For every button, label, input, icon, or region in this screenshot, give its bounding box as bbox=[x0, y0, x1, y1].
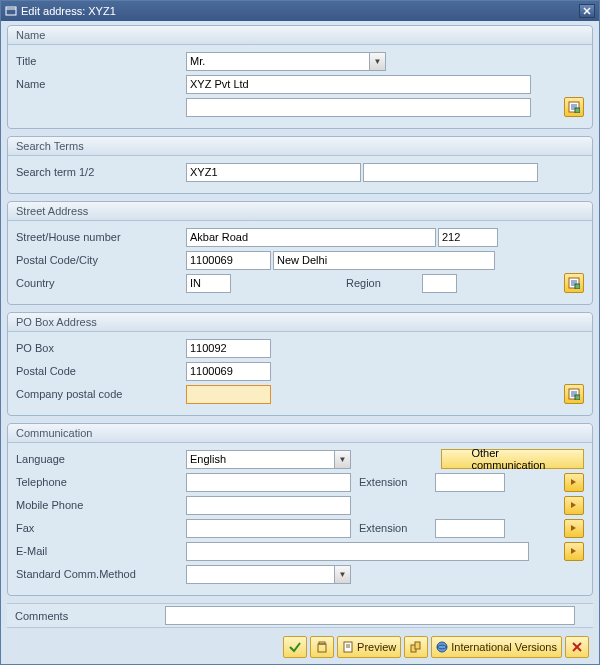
more-mobile-button[interactable] bbox=[564, 496, 584, 515]
input-house-number[interactable] bbox=[438, 228, 498, 247]
svg-rect-19 bbox=[318, 644, 326, 652]
input-mobile[interactable] bbox=[186, 496, 351, 515]
input-pobox-postal[interactable] bbox=[186, 362, 271, 381]
svg-rect-25 bbox=[415, 642, 420, 649]
select-title-value: Mr. bbox=[190, 55, 205, 67]
delete-button[interactable] bbox=[310, 636, 334, 658]
label-fax: Fax bbox=[16, 522, 186, 534]
more-fax-button[interactable] bbox=[564, 519, 584, 538]
group-header-communication: Communication bbox=[8, 424, 592, 443]
dropdown-icon: ▼ bbox=[369, 53, 385, 70]
input-name2[interactable] bbox=[186, 98, 531, 117]
label-pobox-postal: Postal Code bbox=[16, 365, 186, 377]
label-name: Name bbox=[16, 78, 186, 90]
input-search-term2[interactable] bbox=[363, 163, 538, 182]
svg-rect-8 bbox=[575, 108, 580, 113]
label-region: Region bbox=[340, 277, 420, 289]
group-header-pobox: PO Box Address bbox=[8, 313, 592, 332]
label-country: Country bbox=[16, 277, 186, 289]
select-std-comm[interactable]: ▼ bbox=[186, 565, 351, 584]
label-fax-extension: Extension bbox=[353, 522, 433, 534]
group-name: Name Title Mr. ▼ Name bbox=[7, 25, 593, 129]
international-versions-button[interactable]: International Versions bbox=[431, 636, 562, 658]
svg-point-26 bbox=[437, 642, 447, 652]
expand-street-button[interactable] bbox=[564, 273, 584, 293]
group-street: Street Address Street/House number Posta… bbox=[7, 201, 593, 305]
label-search-term: Search term 1/2 bbox=[16, 166, 186, 178]
other-communication-button[interactable]: Other communication bbox=[441, 449, 585, 469]
svg-rect-18 bbox=[575, 395, 580, 400]
input-tel-extension[interactable] bbox=[435, 473, 505, 492]
group-header-name: Name bbox=[8, 26, 592, 45]
label-comments: Comments bbox=[15, 610, 165, 622]
more-email-button[interactable] bbox=[564, 542, 584, 561]
dropdown-icon: ▼ bbox=[334, 451, 350, 468]
group-header-search: Search Terms bbox=[8, 137, 592, 156]
label-pobox: PO Box bbox=[16, 342, 186, 354]
window-icon bbox=[5, 5, 17, 17]
group-header-street: Street Address bbox=[8, 202, 592, 221]
label-language: Language bbox=[16, 453, 186, 465]
input-region[interactable] bbox=[422, 274, 457, 293]
select-language[interactable]: English ▼ bbox=[186, 450, 351, 469]
label-street: Street/House number bbox=[16, 231, 186, 243]
titlebar: Edit address: XYZ1 bbox=[1, 1, 599, 21]
group-communication: Communication Language English ▼ Other c… bbox=[7, 423, 593, 596]
group-pobox: PO Box Address PO Box Postal Code Compan… bbox=[7, 312, 593, 416]
input-country[interactable] bbox=[186, 274, 231, 293]
preview-label: Preview bbox=[357, 641, 396, 653]
input-pobox[interactable] bbox=[186, 339, 271, 358]
select-title[interactable]: Mr. ▼ bbox=[186, 52, 386, 71]
input-postal-code[interactable] bbox=[186, 251, 271, 270]
label-mobile: Mobile Phone bbox=[16, 499, 186, 511]
select-language-value: English bbox=[190, 453, 226, 465]
other-communication-label: Other communication bbox=[472, 447, 554, 471]
more-telephone-button[interactable] bbox=[564, 473, 584, 492]
label-company-postal: Company postal code bbox=[16, 388, 186, 400]
input-fax[interactable] bbox=[186, 519, 351, 538]
input-name[interactable] bbox=[186, 75, 531, 94]
label-tel-extension: Extension bbox=[353, 476, 433, 488]
input-company-postal[interactable] bbox=[186, 385, 271, 404]
preview-button[interactable]: Preview bbox=[337, 636, 401, 658]
label-title: Title bbox=[16, 55, 186, 67]
international-versions-label: International Versions bbox=[451, 641, 557, 653]
cancel-button[interactable] bbox=[565, 636, 589, 658]
label-postal-city: Postal Code/City bbox=[16, 254, 186, 266]
accept-button[interactable] bbox=[283, 636, 307, 658]
svg-rect-20 bbox=[319, 642, 325, 644]
input-email[interactable] bbox=[186, 542, 529, 561]
group-search: Search Terms Search term 1/2 bbox=[7, 136, 593, 194]
dropdown-icon: ▼ bbox=[334, 566, 350, 583]
label-email: E-Mail bbox=[16, 545, 186, 557]
input-comments[interactable] bbox=[165, 606, 575, 625]
dialog-window: Edit address: XYZ1 Name Title Mr. ▼ bbox=[0, 0, 600, 665]
close-button[interactable] bbox=[579, 4, 595, 18]
expand-pobox-button[interactable] bbox=[564, 384, 584, 404]
footer-toolbar: Preview International Versions bbox=[283, 636, 589, 658]
input-street[interactable] bbox=[186, 228, 436, 247]
input-fax-extension[interactable] bbox=[435, 519, 505, 538]
label-std-comm: Standard Comm.Method bbox=[16, 568, 186, 580]
input-search-term1[interactable] bbox=[186, 163, 361, 182]
other-button[interactable] bbox=[404, 636, 428, 658]
svg-rect-13 bbox=[575, 284, 580, 289]
input-city[interactable] bbox=[273, 251, 495, 270]
expand-name-button[interactable] bbox=[564, 97, 584, 117]
svg-rect-0 bbox=[6, 7, 16, 15]
label-telephone: Telephone bbox=[16, 476, 186, 488]
window-title: Edit address: XYZ1 bbox=[21, 5, 116, 17]
input-telephone[interactable] bbox=[186, 473, 351, 492]
